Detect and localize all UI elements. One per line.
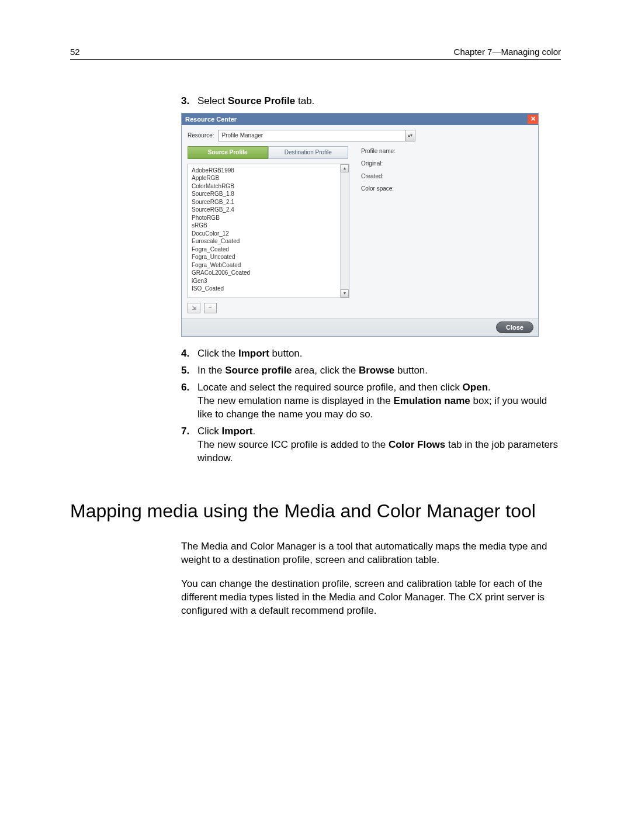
paragraph: You can change the destination profile, …: [181, 578, 561, 618]
list-item[interactable]: SourceRGB_2.1: [192, 198, 345, 206]
step-text: Locate and select the required source pr…: [197, 381, 561, 421]
list-item[interactable]: iGen3: [192, 277, 345, 285]
delete-button[interactable]: −: [204, 303, 217, 313]
left-column: Source Profile Destination Profile Adobe…: [188, 146, 349, 313]
bold-text: Emulation name: [393, 395, 470, 406]
text: button.: [269, 348, 303, 359]
text: .: [252, 426, 255, 437]
import-button[interactable]: ⇲: [188, 303, 200, 313]
step-number: 5.: [181, 364, 197, 378]
dialog-title: Resource Center: [185, 115, 237, 124]
text: Select: [197, 95, 228, 106]
text: tab.: [295, 95, 314, 106]
meta-created: Created:: [361, 172, 532, 181]
list-item[interactable]: AppleRGB: [192, 174, 345, 182]
step-4: 4. Click the Import button.: [181, 347, 561, 361]
text: The new source ICC profile is added to t…: [197, 439, 389, 450]
text: button.: [394, 365, 428, 376]
text: Click: [197, 426, 222, 437]
paragraph: The Media and Color Manager is a tool th…: [181, 540, 561, 567]
chapter-label: Chapter 7—Managing color: [454, 47, 561, 57]
scrollbar[interactable]: ▲ ▼: [340, 164, 349, 298]
close-icon[interactable]: ✕: [528, 115, 538, 124]
list-item[interactable]: DocuColor_12: [192, 230, 345, 238]
resource-label: Resource:: [188, 132, 214, 140]
step-text: In the Source profile area, click the Br…: [197, 364, 561, 378]
step-text: Click the Import button.: [197, 347, 561, 361]
profile-meta: Profile name: Original: Created: Color s…: [361, 146, 532, 313]
list-item[interactable]: SourceRGB_1.8: [192, 190, 345, 198]
resource-dropdown[interactable]: Profile Manager ▴▾: [218, 130, 415, 141]
text: Click the: [197, 348, 238, 359]
tab-source-profile[interactable]: Source Profile: [188, 146, 268, 159]
step-5: 5. In the Source profile area, click the…: [181, 364, 561, 378]
import-icon: ⇲: [192, 304, 196, 312]
list-item[interactable]: PhotoRGB: [192, 214, 345, 222]
tab-destination-profile[interactable]: Destination Profile: [268, 146, 349, 159]
page-header: 52 Chapter 7—Managing color: [70, 47, 561, 60]
text: area, click the: [292, 365, 359, 376]
text: .: [488, 382, 491, 393]
bold-text: Browse: [359, 365, 394, 376]
bold-text: Source profile: [225, 365, 292, 376]
close-button[interactable]: Close: [496, 322, 533, 334]
bold-text: Color Flows: [389, 439, 445, 450]
bold-text: Import: [238, 348, 269, 359]
profile-list: AdobeRGB1998 AppleRGB ColorMatchRGB Sour…: [188, 164, 349, 295]
text: In the: [197, 365, 225, 376]
list-item[interactable]: Fogra_Coated: [192, 246, 345, 254]
list-item[interactable]: ISO_Coated: [192, 285, 345, 293]
toolbar: Resource: Profile Manager ▴▾: [182, 125, 538, 146]
step-6: 6. Locate and select the required source…: [181, 381, 561, 421]
dialog-footer: Close: [182, 318, 538, 336]
list-item[interactable]: AdobeRGB1998: [192, 167, 345, 175]
bold-text: Import: [222, 426, 253, 437]
meta-original: Original:: [361, 160, 532, 168]
scroll-down-icon[interactable]: ▼: [341, 289, 349, 298]
step-number: 3.: [181, 95, 197, 108]
list-item[interactable]: Fogra_Uncoated: [192, 253, 345, 261]
text: Locate and select the required source pr…: [197, 382, 463, 393]
step-3: 3. Select Source Profile tab.: [181, 95, 561, 108]
step-7: 7. Click Import. The new source ICC prof…: [181, 425, 561, 465]
step-number: 4.: [181, 347, 197, 361]
spinner-arrows-icon[interactable]: ▴▾: [405, 130, 415, 141]
list-item[interactable]: ColorMatchRGB: [192, 182, 345, 191]
list-item[interactable]: sRGB: [192, 222, 345, 230]
resource-center-dialog: Resource Center ✕ Resource: Profile Mana…: [181, 113, 539, 337]
text: The new emulation name is displayed in t…: [197, 395, 393, 406]
bold-text: Open: [463, 382, 488, 393]
dropdown-value: Profile Manager: [222, 132, 264, 140]
bold-text: Source Profile: [228, 95, 295, 106]
meta-profile-name: Profile name:: [361, 147, 532, 155]
meta-color-space: Color space:: [361, 185, 532, 193]
minus-icon: −: [209, 304, 212, 312]
scroll-up-icon[interactable]: ▲: [341, 164, 349, 172]
page-number: 52: [70, 47, 80, 57]
profile-listbox[interactable]: AdobeRGB1998 AppleRGB ColorMatchRGB Sour…: [188, 164, 349, 298]
list-item[interactable]: Fogra_WebCoated: [192, 261, 345, 269]
list-item[interactable]: SourceRGB_2.4: [192, 206, 345, 214]
step-number: 6.: [181, 381, 197, 421]
step-text: Select Source Profile tab.: [197, 95, 561, 108]
step-text: Click Import. The new source ICC profile…: [197, 425, 561, 465]
list-item[interactable]: GRACoL2006_Coated: [192, 269, 345, 277]
profile-tabs: Source Profile Destination Profile: [188, 146, 348, 159]
icon-button-row: ⇲ −: [188, 303, 349, 313]
body: 3. Select Source Profile tab. Resource C…: [181, 95, 561, 618]
section-heading: Mapping media using the Media and Color …: [70, 500, 561, 522]
step-number: 7.: [181, 425, 197, 465]
list-item[interactable]: Euroscale_Coated: [192, 237, 345, 246]
profile-manager-body: Source Profile Destination Profile Adobe…: [182, 146, 538, 318]
page: 52 Chapter 7—Managing color 3. Select So…: [0, 0, 631, 840]
dialog-titlebar[interactable]: Resource Center ✕: [182, 113, 538, 125]
